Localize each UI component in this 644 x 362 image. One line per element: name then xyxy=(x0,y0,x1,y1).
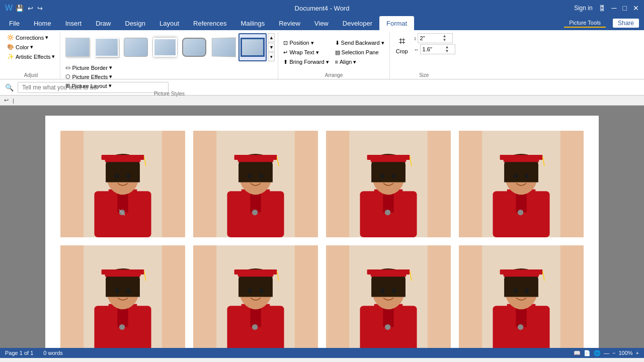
position-icon: ⊡ xyxy=(283,40,288,46)
page-indicator: Page 1 of 1 xyxy=(5,350,33,356)
color-icon: 🎨 xyxy=(7,44,14,50)
svg-rect-24 xyxy=(234,155,277,160)
svg-rect-46 xyxy=(504,164,538,182)
undo-icon[interactable]: ↩ xyxy=(4,97,9,104)
view-layout[interactable]: 📄 xyxy=(584,350,591,356)
photo-4[interactable] xyxy=(459,131,584,237)
svg-point-26 xyxy=(252,210,258,215)
photo-8[interactable] xyxy=(459,245,584,348)
send-backward-icon: ⬇ xyxy=(335,40,340,46)
photo-6[interactable] xyxy=(193,245,318,348)
quick-undo[interactable]: ↩ xyxy=(27,4,34,13)
style-scroll-more[interactable]: ▾ xyxy=(268,52,275,61)
sign-in-link[interactable]: Sign in xyxy=(574,5,593,12)
adjust-group: 🔆 Corrections ▾ 🎨 Color ▾ ✨ Artistic Eff… xyxy=(2,32,60,79)
bring-forward-button[interactable]: ⬆ Bring Forward ▾ xyxy=(281,58,331,66)
restore-btn[interactable]: □ xyxy=(623,4,627,12)
style-scroll-down[interactable]: ▼ xyxy=(268,43,275,52)
svg-rect-72 xyxy=(238,279,273,297)
style-thumb-3[interactable] xyxy=(122,33,150,61)
size-group: ⌗ Crop ↕ ▲ ▼ xyxy=(390,32,458,79)
svg-point-47 xyxy=(513,174,517,179)
photo-1[interactable] xyxy=(60,131,185,237)
svg-rect-98 xyxy=(504,279,538,297)
style-thumb-6[interactable] xyxy=(209,33,237,61)
svg-point-7 xyxy=(115,174,119,179)
svg-point-104 xyxy=(518,324,523,330)
tab-format[interactable]: Format xyxy=(379,16,414,30)
svg-rect-6 xyxy=(106,164,140,182)
style-thumb-4[interactable] xyxy=(151,33,179,61)
svg-rect-50 xyxy=(500,155,543,160)
wrap-text-button[interactable]: ↵ Wrap Text ▾ xyxy=(281,48,331,57)
picture-border-icon: ▭ xyxy=(65,64,70,71)
quick-redo[interactable]: ↪ xyxy=(36,4,44,13)
svg-point-34 xyxy=(380,174,384,179)
tab-home[interactable]: Home xyxy=(27,16,58,30)
align-button[interactable]: ≡ Align ▾ xyxy=(333,58,386,66)
corrections-button[interactable]: 🔆 Corrections ▾ xyxy=(5,33,50,42)
ribbon-bar: 🔆 Corrections ▾ 🎨 Color ▾ ✨ Artistic Eff… xyxy=(0,30,644,79)
height-decrement[interactable]: ▼ xyxy=(443,38,447,42)
ribbon-toggle[interactable]: 🎛 xyxy=(599,4,606,12)
svg-point-78 xyxy=(252,324,258,330)
tab-insert[interactable]: Insert xyxy=(58,16,89,30)
photo-2[interactable] xyxy=(193,131,318,237)
tab-developer[interactable]: Developer xyxy=(336,16,379,30)
height-value[interactable] xyxy=(420,35,443,41)
tab-file[interactable]: File xyxy=(2,16,27,30)
tab-mailings[interactable]: Mailings xyxy=(234,16,272,30)
send-backward-button[interactable]: ⬇ Send Backward ▾ xyxy=(333,39,386,47)
picture-border-button[interactable]: ▭ Picture Border ▾ xyxy=(63,63,114,72)
svg-point-35 xyxy=(392,174,396,179)
picture-styles-group: ▲ ▼ ▾ ▭ Picture Border ▾ ⬡ Picture Effec… xyxy=(60,32,278,79)
photo-3[interactable] xyxy=(326,131,451,237)
width-value[interactable] xyxy=(423,46,445,52)
ribbon-tab-area: File Home Insert Draw Design Layout Refe… xyxy=(0,16,644,30)
svg-point-100 xyxy=(525,289,529,294)
share-button[interactable]: Share xyxy=(613,19,639,28)
style-thumb-2[interactable] xyxy=(93,33,121,61)
style-thumb-1[interactable] xyxy=(63,33,92,61)
position-button[interactable]: ⊡ Position ▾ xyxy=(281,39,331,47)
view-read[interactable]: 📖 xyxy=(574,350,581,356)
minimize-btn[interactable]: ─ xyxy=(612,4,617,12)
crop-button[interactable]: ⌗ Crop xyxy=(393,33,411,56)
zoom-in[interactable]: + xyxy=(636,350,639,356)
close-btn[interactable]: ✕ xyxy=(633,4,639,12)
tab-design[interactable]: Design xyxy=(118,16,152,30)
arrange-group: ⊡ Position ▾ ↵ Wrap Text ▾ ⬆ Bring Forwa… xyxy=(278,32,389,79)
title-bar: W 💾 ↩ ↪ Document4 - Word Sign in 🎛 ─ □ ✕ xyxy=(0,0,644,16)
picture-effects-button[interactable]: ⬡ Picture Effects ▾ xyxy=(63,72,114,81)
svg-point-39 xyxy=(385,210,390,215)
color-button[interactable]: 🎨 Color ▾ xyxy=(5,43,35,51)
selection-pane-button[interactable]: ▤ Selection Pane xyxy=(333,48,386,57)
photo-5[interactable] xyxy=(60,245,185,348)
photo-7[interactable] xyxy=(326,245,451,348)
tab-layout[interactable]: Layout xyxy=(152,16,186,30)
tab-review[interactable]: Review xyxy=(272,16,307,30)
tab-references[interactable]: References xyxy=(186,16,233,30)
zoom-level: 100% xyxy=(618,350,632,356)
width-decrement[interactable]: ▼ xyxy=(445,49,449,53)
tab-draw[interactable]: Draw xyxy=(89,16,118,30)
width-input[interactable]: ▲ ▼ xyxy=(420,44,455,54)
svg-point-99 xyxy=(513,289,517,294)
tab-view[interactable]: View xyxy=(307,16,336,30)
style-thumb-5[interactable] xyxy=(180,33,208,61)
zoom-out[interactable]: − xyxy=(612,350,615,356)
height-input[interactable]: ▲ ▼ xyxy=(418,33,453,43)
artistic-effects-button[interactable]: ✨ Artistic Effects ▾ xyxy=(5,52,57,61)
svg-point-86 xyxy=(380,289,384,294)
svg-point-65 xyxy=(119,324,125,330)
selection-pane-icon: ▤ xyxy=(335,49,340,56)
picture-layout-button[interactable]: ⊞ Picture Layout ▾ xyxy=(63,81,114,90)
svg-rect-63 xyxy=(102,269,144,275)
height-icon: ↕ xyxy=(414,36,417,41)
style-scroll: ▲ ▼ ▾ xyxy=(268,33,275,61)
view-web[interactable]: 🌐 xyxy=(594,350,601,356)
style-thumb-7[interactable] xyxy=(238,33,267,61)
svg-point-91 xyxy=(385,324,390,330)
quick-save[interactable]: 💾 xyxy=(15,4,25,13)
style-scroll-up[interactable]: ▲ xyxy=(268,33,275,42)
